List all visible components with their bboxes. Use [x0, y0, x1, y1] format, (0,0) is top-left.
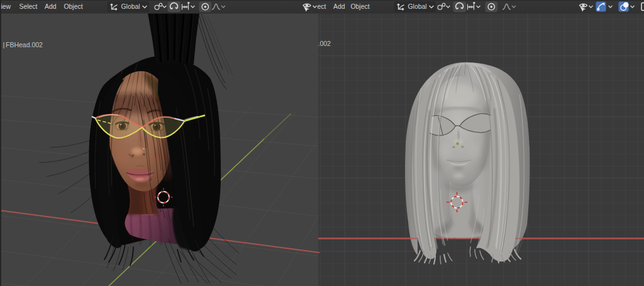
- svg-text:Global: Global: [408, 3, 427, 10]
- svg-text:FBHead.002: FBHead.002: [6, 41, 43, 49]
- svg-text:|: |: [3, 41, 5, 49]
- svg-text:Global: Global: [121, 3, 140, 10]
- svg-text:ect: ect: [318, 3, 326, 10]
- svg-text:Object: Object: [351, 3, 370, 10]
- svg-text:Add: Add: [333, 3, 345, 10]
- svg-text:Select: Select: [19, 3, 38, 10]
- svg-text:Add: Add: [45, 3, 57, 10]
- svg-text:.002: .002: [318, 40, 331, 47]
- svg-text:iew: iew: [1, 3, 11, 10]
- svg-text:Object: Object: [64, 3, 83, 10]
